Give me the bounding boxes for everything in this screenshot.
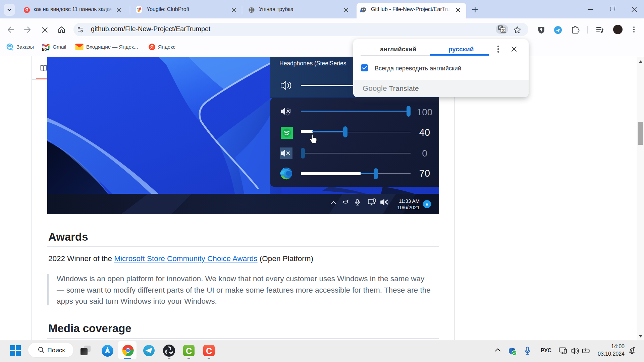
svg-text:10/6/2021: 10/6/2021: [397, 204, 420, 210]
svg-text:11:33 AM: 11:33 AM: [399, 198, 420, 204]
svg-text:8: 8: [426, 202, 428, 207]
svg-text:文: 文: [501, 28, 505, 32]
